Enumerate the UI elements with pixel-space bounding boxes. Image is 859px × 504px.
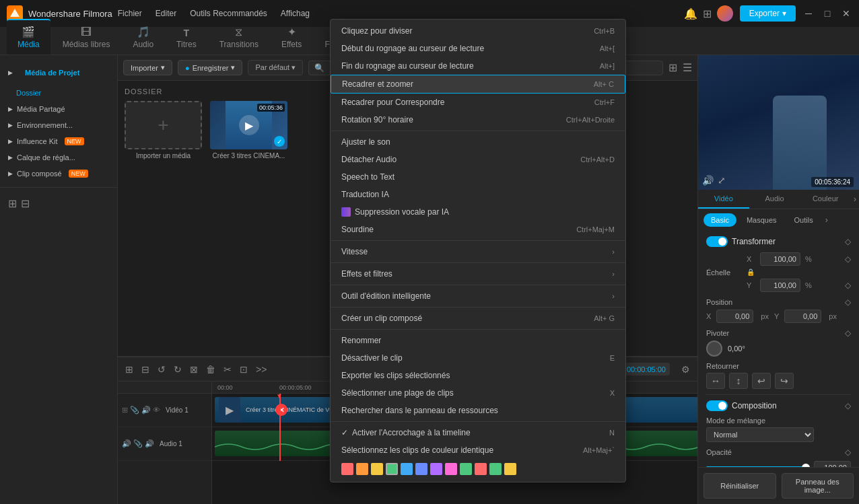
swatch-6[interactable] <box>415 463 427 475</box>
flip-90-btn[interactable]: ↩ <box>752 373 771 389</box>
ctx-item-diviser[interactable]: Cliquez pour diviser Ctrl+B <box>331 22 625 40</box>
tl-cut-btn[interactable]: ✂ <box>221 362 234 377</box>
reset-button[interactable]: Réinitialiser <box>703 473 776 499</box>
add-folder-icon[interactable]: ⊞ <box>8 197 17 210</box>
tab-transitions[interactable]: ⧖ Transitions <box>209 21 269 55</box>
export-button[interactable]: Exporter ▾ <box>740 5 796 22</box>
swatch-11[interactable] <box>489 463 502 475</box>
ctx-item-detacher-audio[interactable]: Détacher Audio Ctrl+Alt+D <box>331 151 625 168</box>
ctx-item-rechercher[interactable]: Rechercher dans le panneau de ressources <box>331 402 625 419</box>
sidebar-item-clip-compose[interactable]: ▶ Clip composé NEW <box>0 166 117 182</box>
menu-fichier[interactable]: Fichier <box>118 9 142 18</box>
sort-button[interactable]: Par défaut ▾ <box>248 60 303 75</box>
props-tab-couleur[interactable]: Couleur <box>800 190 851 209</box>
import-button[interactable]: Importer ▾ <box>123 60 172 75</box>
swatch-8[interactable] <box>445 463 457 475</box>
tl-magnet-btn[interactable]: ⊟ <box>139 362 151 377</box>
flip-90r-btn[interactable]: ↪ <box>775 373 794 389</box>
notification-icon[interactable]: 🔔 <box>684 7 697 20</box>
sidebar-item-calque[interactable]: ▶ Calque de régla... <box>0 149 117 166</box>
media-item-add[interactable]: + Importer un média <box>125 101 202 159</box>
ctx-item-vitesse[interactable]: Vitesse › <box>331 243 625 260</box>
list-view-icon[interactable]: ☰ <box>683 61 692 74</box>
ctx-item-debut-rognage[interactable]: Début du rognage au curseur de lecture A… <box>331 40 625 57</box>
ctx-item-renommer[interactable]: Renommer <box>331 332 625 349</box>
playhead[interactable] <box>279 394 281 461</box>
record-button[interactable]: ● Enregistrer ▾ <box>178 60 242 75</box>
video-track-add-icon[interactable]: ⊞ <box>122 406 128 415</box>
close-button[interactable]: ✕ <box>840 7 852 20</box>
sidebar-item-media-projet[interactable]: ▶ Média de Projet <box>0 61 117 85</box>
preview-volume-icon[interactable]: 🔊 <box>702 175 714 186</box>
swatch-10[interactable] <box>475 463 487 475</box>
delete-folder-icon[interactable]: ⊟ <box>21 197 30 210</box>
transformer-diamond[interactable]: ◇ <box>845 237 851 246</box>
swatch-12[interactable] <box>504 463 516 475</box>
tl-ripple-btn[interactable]: ⊠ <box>188 362 200 377</box>
rotation-circle[interactable] <box>706 340 722 357</box>
composition-toggle[interactable] <box>706 400 728 411</box>
opacity-slider[interactable] <box>706 466 810 467</box>
maximize-button[interactable]: □ <box>821 7 833 20</box>
rotation-diamond[interactable]: ◇ <box>845 328 851 338</box>
menu-outils[interactable]: Outils Recommandés <box>190 9 267 18</box>
ctx-item-speech[interactable]: Speech to Text <box>331 168 625 186</box>
tl-undo-btn[interactable]: ↺ <box>156 362 168 377</box>
props-tab-video[interactable]: Vidéo <box>698 190 749 209</box>
ctx-item-couleur-identique[interactable]: Sélectionnez les clips de couleur identi… <box>331 441 625 459</box>
props-tab-audio[interactable]: Audio <box>749 190 800 209</box>
swatch-7[interactable] <box>430 463 442 475</box>
tl-delete-btn[interactable]: 🗑 <box>204 362 217 377</box>
layout-icon[interactable]: ⊞ <box>703 7 712 20</box>
sidebar-item-influence-kit[interactable]: ▶ Influence Kit NEW <box>0 133 117 149</box>
scale-y-diamond[interactable]: ◇ <box>845 281 851 290</box>
ctx-item-fin-rognage[interactable]: Fin du rognage au curseur de lecture Alt… <box>331 57 625 75</box>
swatch-3[interactable] <box>371 463 383 475</box>
tab-media[interactable]: 🎬 Média <box>7 19 50 55</box>
keyframe-button[interactable]: Panneau des image... <box>782 473 854 499</box>
blend-mode-select[interactable]: Normal <box>706 427 814 442</box>
pos-x-input[interactable] <box>716 310 753 323</box>
ctx-item-accrochage[interactable]: ✓ Activer l'Accrochage à la timeline N <box>331 424 625 441</box>
video-track-clip-icon[interactable]: 📎 <box>130 406 139 415</box>
subtab-chevron[interactable]: › <box>823 213 830 227</box>
audio-track-clip-icon[interactable]: 📎 <box>133 439 143 448</box>
props-subtab-masques[interactable]: Masques <box>739 213 784 227</box>
sidebar-item-media-partage[interactable]: ▶ Média Partagé <box>0 101 117 117</box>
ctx-item-recadrer-correspondre[interactable]: Recadrer pour Correspondre Ctrl+F <box>331 94 625 111</box>
swatch-4[interactable] <box>386 463 398 475</box>
grid-view-icon[interactable]: ⊞ <box>668 61 677 74</box>
swatch-9[interactable] <box>460 463 472 475</box>
media-item-video1[interactable]: ▶ 00:05:36 ✓ Créer 3 titres CINÉMA... <box>210 101 287 159</box>
tab-titres[interactable]: T Titres <box>166 22 207 55</box>
flip-v-btn[interactable]: ↕ <box>729 373 748 389</box>
user-avatar[interactable] <box>717 5 733 22</box>
pos-y-input[interactable] <box>784 310 821 323</box>
opacity-diamond[interactable]: ◇ <box>845 447 851 457</box>
tl-settings-btn[interactable]: ⚙ <box>679 362 692 377</box>
ctx-item-recadrer[interactable]: Recadrer et zoomer Alt+ C <box>331 75 625 94</box>
swatch-1[interactable] <box>341 463 353 475</box>
swatch-2[interactable] <box>356 463 368 475</box>
ctx-item-selectionner-plage[interactable]: Sélectionner une plage de clips X <box>331 384 625 402</box>
sidebar-item-dossier[interactable]: Dossier <box>0 85 117 101</box>
ctx-item-exporter-clips[interactable]: Exporter les clips sélectionnés <box>331 367 625 384</box>
position-diamond[interactable]: ◇ <box>845 297 851 307</box>
tab-medias-libres[interactable]: 🎞 Médias libres <box>52 21 121 55</box>
sidebar-item-environnement[interactable]: ▶ Environnement... <box>0 117 117 133</box>
ctx-item-suppression[interactable]: Suppression vocale par IA <box>331 203 625 221</box>
swatch-5[interactable] <box>401 463 413 475</box>
flip-h-btn[interactable]: ↔ <box>706 373 725 389</box>
tl-more-btn[interactable]: >> <box>254 362 269 377</box>
ctx-item-effets-filtres[interactable]: Effets et filtres › <box>331 265 625 283</box>
props-subtab-basic[interactable]: Basic <box>703 213 736 227</box>
ctx-item-creer-clip[interactable]: Créer un clip composé Alt+ G <box>331 310 625 327</box>
tl-snap-btn[interactable]: ⊞ <box>123 362 135 377</box>
tab-effets[interactable]: ✦ Effets <box>271 20 312 55</box>
tab-audio[interactable]: 🎵 Audio <box>122 20 164 55</box>
preview-expand-icon[interactable]: ⤢ <box>718 175 726 186</box>
tl-redo-btn[interactable]: ↻ <box>172 362 184 377</box>
opacity-value[interactable] <box>814 461 851 467</box>
composition-diamond[interactable]: ◇ <box>845 401 851 410</box>
menu-editer[interactable]: Editer <box>156 9 176 18</box>
